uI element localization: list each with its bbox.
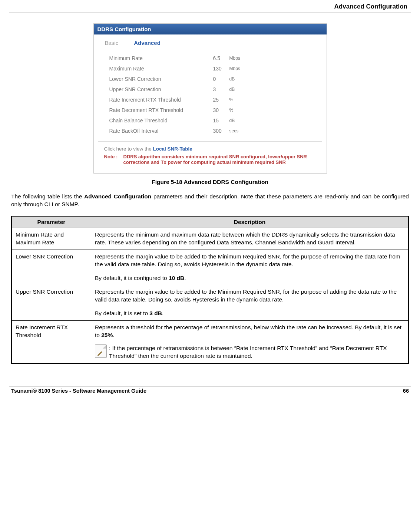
cfg-label: Minimum Rate <box>109 55 213 61</box>
cfg-value: 130 <box>213 66 228 72</box>
footer-left: Tsunami® 8100 Series - Software Manageme… <box>11 388 146 394</box>
cfg-value: 3 <box>213 86 228 92</box>
cfg-unit: Mbps <box>228 56 240 61</box>
cfg-row: Minimum Rate6.5Mbps <box>94 53 327 63</box>
snr-link-prefix: Click here to view the <box>104 146 153 152</box>
desc-cell: Represents the minimum and maximum data … <box>91 228 409 250</box>
th-parameter: Parameter <box>11 216 91 228</box>
cfg-unit: dB <box>228 118 235 123</box>
parameter-table: Parameter Description Minimum Rate and M… <box>11 216 409 364</box>
desc-cell: Represents a threshold for the percentag… <box>91 321 409 363</box>
cfg-label: Chain Balance Threshold <box>109 118 213 123</box>
cfg-label: Upper SNR Correction <box>109 86 213 92</box>
note-page-pencil-icon <box>95 344 107 358</box>
ddrs-note-label: Note : <box>104 154 123 165</box>
inline-note: : If the percentage of retransmissions i… <box>95 344 404 360</box>
local-snr-table-link[interactable]: Local SNR-Table <box>153 146 192 152</box>
cfg-row: Chain Balance Threshold15dB <box>94 115 327 126</box>
cfg-unit: Mbps <box>228 66 240 71</box>
footer-page-number: 66 <box>403 388 409 394</box>
table-row: Lower SNR Correction Represents the marg… <box>11 250 409 285</box>
tabs-underline <box>98 49 322 49</box>
cfg-unit: dB <box>228 76 235 82</box>
param-cell: Upper SNR Correction <box>11 285 91 321</box>
cfg-unit: % <box>228 108 234 113</box>
cfg-row: Upper SNR Correction3dB <box>94 84 327 95</box>
snr-link-row: Click here to view the Local SNR-Table <box>98 141 322 152</box>
ddrs-panel-title: DDRS Configuration <box>94 24 327 34</box>
ddrs-panel: DDRS Configuration Basic Advanced Minimu… <box>93 23 327 174</box>
footer-rule <box>9 386 411 386</box>
cfg-value: 15 <box>213 118 228 123</box>
th-description: Description <box>91 216 409 228</box>
table-row: Minimum Rate and Maximum Rate Represents… <box>11 228 409 250</box>
cfg-label: Lower SNR Correction <box>109 76 213 82</box>
cfg-unit: dB <box>228 87 235 92</box>
figure-caption: Figure 5-18 Advanced DDRS Configuration <box>9 179 411 185</box>
cfg-row: Rate BackOff Interval300secs <box>94 126 327 136</box>
table-row: Rate Increment RTX Threshold Represents … <box>11 321 409 363</box>
cfg-value: 25 <box>213 97 228 103</box>
cfg-row: Maximum Rate130Mbps <box>94 63 327 74</box>
param-cell: Minimum Rate and Maximum Rate <box>11 228 91 250</box>
cfg-unit: secs <box>228 128 239 133</box>
param-cell: Rate Increment RTX Threshold <box>11 321 91 363</box>
cfg-label: Rate BackOff Interval <box>109 128 213 134</box>
ddrs-note-text: DDRS algorithm considers minimum require… <box>123 154 320 165</box>
cfg-value: 0 <box>213 76 228 82</box>
tab-advanced[interactable]: Advanced <box>134 40 161 46</box>
header-rule <box>9 13 411 13</box>
ddrs-note: Note : DDRS algorithm considers minimum … <box>94 152 327 165</box>
cfg-value: 300 <box>213 128 228 134</box>
cfg-label: Maximum Rate <box>109 66 213 72</box>
ddrs-tabs: Basic Advanced <box>94 34 327 49</box>
param-cell: Lower SNR Correction <box>11 250 91 285</box>
desc-cell: Represents the margin value to be added … <box>91 285 409 321</box>
inline-note-text: : If the percentage of retransmissions i… <box>109 344 404 360</box>
cfg-label: Rate Increment RTX Threshold <box>109 97 213 103</box>
cfg-label: Rate Decrement RTX Threshold <box>109 107 213 113</box>
table-row: Upper SNR Correction Represents the marg… <box>11 285 409 321</box>
intro-paragraph: The following table lists the Advanced C… <box>11 193 409 208</box>
desc-cell: Represents the margin value to be added … <box>91 250 409 285</box>
cfg-value: 30 <box>213 107 228 113</box>
cfg-unit: % <box>228 97 234 102</box>
cfg-row: Rate Increment RTX Threshold25% <box>94 95 327 105</box>
cfg-row: Rate Decrement RTX Threshold30% <box>94 105 327 115</box>
cfg-value: 6.5 <box>213 55 228 61</box>
cfg-row: Lower SNR Correction0dB <box>94 74 327 84</box>
tab-basic[interactable]: Basic <box>105 40 119 46</box>
header-section-title: Advanced Configuration <box>9 0 411 11</box>
